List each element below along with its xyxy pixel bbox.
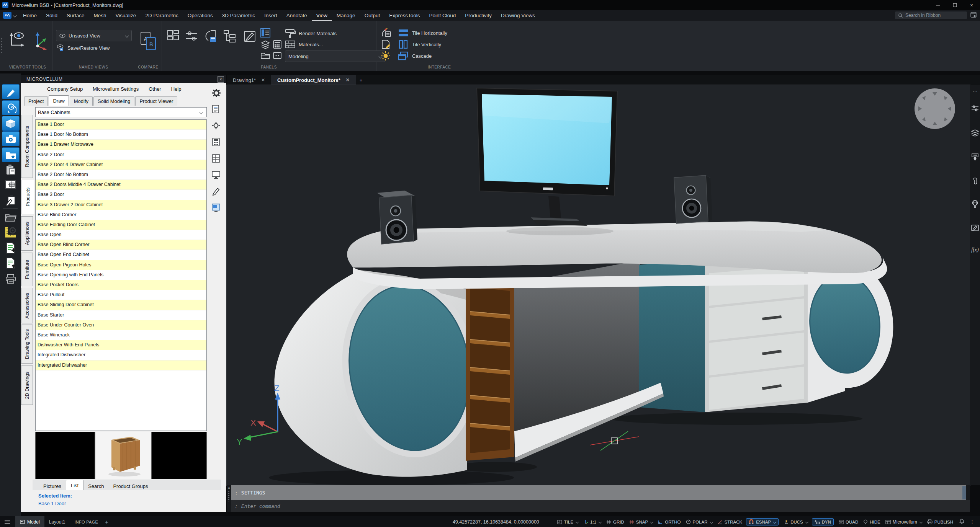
product-row[interactable]: Base Folding Door Cabinet <box>36 220 206 230</box>
add-layout-button[interactable]: + <box>105 519 108 525</box>
paste-clipboard-icon[interactable] <box>5 164 17 176</box>
product-row[interactable]: Base Starter <box>36 310 206 320</box>
statusbar-menu-icon[interactable] <box>5 520 10 524</box>
tab-product-viewer[interactable]: Product Viewer <box>135 96 177 106</box>
tab-draw[interactable]: Draw <box>49 95 69 106</box>
menu-annotate[interactable]: Annotate <box>282 10 312 21</box>
attachments-strip-icon[interactable] <box>971 177 979 185</box>
product-row[interactable]: Base Open <box>36 230 206 240</box>
new-drawing-tab-button[interactable]: + <box>356 75 366 85</box>
product-row[interactable]: Base Winerack <box>36 330 206 340</box>
palette-menu-settings[interactable]: Microvellum Settings <box>93 86 139 92</box>
menu-surface[interactable]: Surface <box>62 10 89 21</box>
menu-expresstools[interactable]: ExpressTools <box>384 10 424 21</box>
product-row[interactable]: Base Sliding Door Cabinet <box>36 300 206 310</box>
sun-icon[interactable] <box>381 51 391 61</box>
drawing-tab-2[interactable]: CustomProduct_Monitors* ✕ <box>271 75 356 85</box>
side-tab-appliances[interactable]: Appliances <box>21 216 33 251</box>
properties-strip-icon[interactable] <box>971 104 979 113</box>
command-scrollbar[interactable] <box>962 486 966 499</box>
tile-vertically-button[interactable]: Tile Vertically <box>398 39 441 49</box>
menu-productivity[interactable]: Productivity <box>460 10 496 21</box>
palette-settings-gear-icon[interactable] <box>211 88 221 100</box>
tab-pictures[interactable]: Pictures <box>39 482 66 490</box>
toggle-ducs[interactable]: DUCS <box>784 519 808 524</box>
product-row[interactable]: Base Pocket Doors <box>36 280 206 290</box>
process-gear-icon[interactable] <box>211 121 221 131</box>
thumbnail-previous[interactable] <box>35 432 95 479</box>
takeoff-grid-icon[interactable] <box>211 153 221 163</box>
product-row[interactable]: Base 1 Door <box>36 120 206 130</box>
product-row[interactable]: Base 1 Door No Bottom <box>36 130 206 140</box>
structure-tree-icon[interactable] <box>223 29 237 43</box>
product-viewer-screen-icon[interactable] <box>211 203 221 213</box>
panel-layout-icon[interactable] <box>166 29 180 43</box>
named-view-dropdown[interactable]: Unsaved View <box>56 30 132 41</box>
layout-tab-model[interactable]: Model <box>15 516 44 527</box>
tab-modify[interactable]: Modify <box>70 96 93 106</box>
toggle-microvellum[interactable]: Microvellum <box>885 519 922 525</box>
product-row[interactable]: Integrated Dishwasher <box>36 350 206 360</box>
ribbon-grip[interactable] <box>1 38 2 54</box>
product-row[interactable]: Base Pullout <box>36 290 206 300</box>
strip-menu-icon[interactable]: ⋯ <box>971 87 979 96</box>
navigation-sphere[interactable] <box>915 88 955 129</box>
notification-bell-icon[interactable] <box>959 519 964 525</box>
view-axes-tool-icon[interactable] <box>8 30 26 50</box>
report-doc-icon[interactable] <box>211 104 221 114</box>
materials-button[interactable]: Materials... <box>285 40 323 49</box>
menu-visualize[interactable]: Visualize <box>111 10 141 21</box>
side-tab-furniture[interactable]: Furniture <box>21 253 33 286</box>
side-tab-accessories[interactable]: Accessories <box>21 288 33 323</box>
toggle-hide[interactable]: HIDE <box>863 519 880 524</box>
product-row[interactable]: Base Opening with End Panels <box>36 270 206 280</box>
product-row[interactable]: Base 3 Drawer 2 Door Cabinet <box>36 200 206 210</box>
menu-drawing-views[interactable]: Drawing Views <box>496 10 540 21</box>
product-row[interactable]: Base Under Counter Oven <box>36 320 206 330</box>
menu-manage[interactable]: Manage <box>332 10 360 21</box>
toggle-grid[interactable]: GRID <box>606 520 624 524</box>
product-row[interactable]: Base 2 Door <box>36 150 206 160</box>
solid-model-button[interactable] <box>2 116 20 131</box>
menu-3d-parametric[interactable]: 3D Parametric <box>218 10 260 21</box>
product-row[interactable]: Base 3 Door <box>36 190 206 200</box>
ucs-tool-icon[interactable] <box>29 30 48 50</box>
toggle-strack[interactable]: STRACK <box>718 520 743 524</box>
monitor-icon[interactable] <box>211 170 221 180</box>
menu-point-cloud[interactable]: Point Cloud <box>424 10 460 21</box>
tab-solid-modeling[interactable]: Solid Modeling <box>93 96 134 106</box>
product-row[interactable]: Base Blind Corner <box>36 210 206 220</box>
close-button[interactable]: × <box>963 0 980 10</box>
save-restore-view-button[interactable]: Save/Restore View <box>57 44 110 51</box>
cascade-button[interactable]: Cascade <box>398 51 432 61</box>
workspace-dropdown[interactable]: Modeling <box>285 51 385 62</box>
toggle-quad[interactable]: QUAD <box>839 520 858 524</box>
edit-clipboard-icon[interactable] <box>5 194 17 206</box>
print-icon[interactable] <box>5 273 17 285</box>
menu-2d-parametric[interactable]: 2D Parametric <box>141 10 183 21</box>
statusbar-kebab-icon[interactable]: ⋮ <box>970 519 975 525</box>
render-balloon-strip-icon[interactable] <box>971 200 979 208</box>
favorites-folder-button[interactable] <box>2 147 20 162</box>
save-view-state-icon[interactable] <box>203 29 218 44</box>
open-folder-icon[interactable] <box>5 211 17 224</box>
draw-product-button[interactable] <box>2 84 20 99</box>
viewport-select-icon[interactable] <box>5 179 17 191</box>
palette-menu-help[interactable]: Help <box>171 86 182 92</box>
render-materials-button[interactable]: Render Materials <box>285 28 337 38</box>
calculator-panel-icon[interactable] <box>273 40 282 49</box>
menu-output[interactable]: Output <box>360 10 385 21</box>
palette-title-bar[interactable]: MICROVELLUM <box>21 75 226 83</box>
side-tab-room-components[interactable]: Room Components <box>21 115 33 178</box>
product-row[interactable]: Dishwasher With End Panels <box>36 340 206 350</box>
command-input[interactable]: : Enter command <box>231 500 970 512</box>
maximize-button[interactable] <box>946 0 963 10</box>
render-sheet-icon[interactable] <box>243 29 257 44</box>
note-icon[interactable] <box>380 39 391 49</box>
toggle-scale[interactable]: 1:1 <box>583 519 601 524</box>
snapshot-button[interactable] <box>2 131 20 146</box>
thumbnail-next[interactable] <box>151 432 207 479</box>
thumbnail-selected-product[interactable] <box>95 432 151 479</box>
palette-close-button[interactable]: × <box>218 76 224 83</box>
toggle-polar[interactable]: POLAR <box>686 519 713 524</box>
